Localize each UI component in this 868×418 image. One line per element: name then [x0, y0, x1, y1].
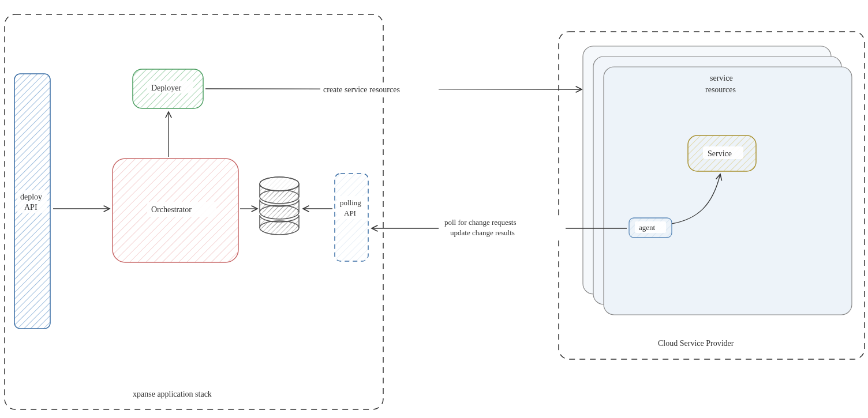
orchestrator-label: Orchestrator: [151, 205, 192, 214]
service-label: Service: [708, 149, 732, 158]
edge-poll-label-2: update change results: [450, 228, 515, 237]
svg-point-14: [260, 177, 299, 191]
xpanse-container-label: xpanse application stack: [133, 390, 212, 398]
service-resources-title-1: service: [710, 74, 733, 82]
csp-container-label: Cloud Service Provider: [658, 339, 734, 348]
deploy-api-label-1: deploy: [20, 193, 42, 201]
polling-api-label-2: API: [344, 209, 356, 217]
service-resources-title-2: resources: [705, 85, 736, 94]
edge-poll-label-1: poll for change requests: [444, 218, 517, 227]
deployer-label: Deployer: [151, 84, 181, 92]
deploy-api-label-2: API: [24, 203, 38, 212]
agent-label: agent: [639, 223, 656, 232]
database-icon: [260, 177, 299, 235]
service-resources-card-front: [604, 67, 852, 315]
polling-api-label-1: polling: [340, 198, 361, 207]
edge-create-label: create service resources: [323, 85, 400, 94]
